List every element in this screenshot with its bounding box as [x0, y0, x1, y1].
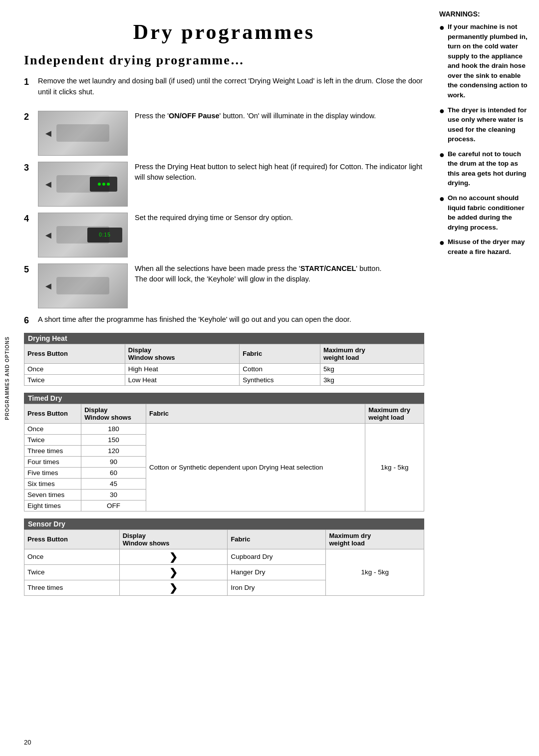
table-row: Once 180 Cotton or Synthetic dependent u…	[24, 423, 424, 434]
warning-5: ● Misuse of the dryer may create a fire …	[439, 237, 532, 256]
main-content: Dry programmes Independent drying progra…	[14, 0, 434, 756]
cell: 45	[81, 478, 146, 489]
step-4-image: ◄ 0:15	[38, 213, 128, 257]
warning-3-text: Be careful not to touch the drum at the …	[448, 149, 532, 188]
step-3-text: Press the Drying Heat button to select h…	[135, 162, 424, 183]
step-6-text: A short time after the programme has fin…	[38, 314, 424, 326]
cell: Once	[24, 549, 120, 564]
dh-col3: Fabric	[240, 344, 320, 363]
drying-heat-table: Drying Heat Press Button DisplayWindow s…	[24, 333, 424, 386]
table-row: Twice Low Heat Synthetics 3kg	[24, 374, 424, 385]
step-3: 3 ◄ Press the Drying Heat button to sele…	[24, 162, 424, 207]
cell: Four times	[24, 456, 81, 467]
timed-dry-data: Press Button DisplayWindow shows Fabric …	[24, 404, 424, 511]
dh-col4: Maximum dryweight load	[320, 344, 424, 363]
timed-dry-table: Timed Dry Press Button DisplayWindow sho…	[24, 393, 424, 511]
cell: 30	[81, 489, 146, 500]
warnings-title: WARNINGS:	[439, 10, 532, 18]
cell: Three times	[24, 580, 120, 595]
cell: ❯	[119, 564, 228, 580]
cell: 150	[81, 434, 146, 445]
cell: Twice	[24, 434, 81, 445]
cell: 1kg - 5kg	[326, 549, 424, 595]
cell: Twice	[24, 564, 120, 580]
warnings-sidebar: WARNINGS: ● If your machine is not perma…	[434, 0, 539, 756]
sd-col1: Press Button	[24, 529, 120, 549]
warning-bullet-3: ●	[439, 148, 445, 161]
step-6: 6 A short time after the programme has f…	[24, 314, 424, 326]
step-number-5: 5	[24, 264, 38, 275]
cell: Twice	[24, 374, 125, 385]
steps-area: 1 Remove the wet laundry and dosing ball…	[24, 76, 424, 308]
cell: Six times	[24, 478, 81, 489]
dh-col2: DisplayWindow shows	[125, 344, 239, 363]
warning-bullet-4: ●	[439, 192, 445, 205]
warning-1: ● If your machine is not permanently plu…	[439, 22, 532, 100]
cell: Iron Dry	[228, 580, 326, 595]
drying-heat-data: Press Button DisplayWindow shows Fabric …	[24, 344, 424, 386]
sd-col4: Maximum dryweight load	[326, 529, 424, 549]
td-col1: Press Button	[24, 404, 81, 423]
section-title: Independent drying programme…	[24, 53, 424, 68]
page-title: Dry programmes	[24, 20, 424, 44]
step-5-text: When all the selections have been made p…	[135, 263, 424, 284]
table-row: Once High Heat Cotton 5kg	[24, 363, 424, 374]
cell: ❯	[119, 580, 228, 595]
step-number-2: 2	[24, 112, 38, 122]
cell: Cotton	[240, 363, 320, 374]
cell: Seven times	[24, 489, 81, 500]
cell: Eight times	[24, 500, 81, 511]
table-row: Once ❯ Cupboard Dry 1kg - 5kg	[24, 549, 424, 564]
timed-dry-title: Timed Dry	[24, 393, 424, 404]
td-col2: DisplayWindow shows	[81, 404, 146, 423]
step-number-1: 1	[24, 77, 38, 87]
cell: Hanger Dry	[228, 564, 326, 580]
cell: Synthetics	[240, 374, 320, 385]
warning-3: ● Be careful not to touch the drum at th…	[439, 149, 532, 188]
cell: 60	[81, 467, 146, 478]
cell: Cupboard Dry	[228, 549, 326, 564]
cell: 5kg	[320, 363, 424, 374]
sensor-dry-title: Sensor Dry	[24, 518, 424, 529]
cell: Three times	[24, 445, 81, 456]
cell: 120	[81, 445, 146, 456]
sensor-dry-table: Sensor Dry Press Button DisplayWindow sh…	[24, 518, 424, 596]
cell: ❯	[119, 549, 228, 564]
cell: Five times	[24, 467, 81, 478]
td-col3: Fabric	[146, 404, 365, 423]
warning-bullet-5: ●	[439, 236, 445, 249]
cell: Low Heat	[125, 374, 239, 385]
step-2-image: ◄	[38, 111, 128, 156]
td-col4: Maximum dryweight load	[365, 404, 424, 423]
drying-heat-title: Drying Heat	[24, 333, 424, 344]
sidebar-label: PROGRAMMES AND OPTIONS	[0, 0, 14, 756]
cell: OFF	[81, 500, 146, 511]
dh-col1: Press Button	[24, 344, 125, 363]
step-1-text: Remove the wet laundry and dosing ball (…	[38, 76, 424, 98]
step-5: 5 ◄ When all the selections have been ma…	[24, 263, 424, 308]
step-2-bold: ON/OFF Pause	[169, 112, 220, 120]
page-number: 20	[24, 739, 31, 746]
cell: 1kg - 5kg	[365, 423, 424, 511]
step-1: 1 Remove the wet laundry and dosing ball…	[24, 76, 424, 105]
warning-2: ● The dryer is intended for use only whe…	[439, 105, 532, 144]
step-5-bold: START/CANCEL	[300, 264, 356, 272]
warning-4: ● On no account should liquid fabric con…	[439, 193, 532, 232]
step-3-image: ◄	[38, 162, 128, 207]
step-2: 2 ◄ Press the 'ON/OFF Pause' button. 'On…	[24, 111, 424, 156]
step-2-text: Press the 'ON/OFF Pause' button. 'On' wi…	[135, 111, 424, 121]
warning-4-text: On no account should liquid fabric condi…	[448, 193, 532, 232]
cell: Cotton or Synthetic dependent upon Dryin…	[146, 423, 365, 511]
sd-col2: DisplayWindow shows	[119, 529, 228, 549]
cell: 90	[81, 456, 146, 467]
cell: Once	[24, 363, 125, 374]
step-5-image: ◄	[38, 263, 128, 308]
warning-2-text: The dryer is intended for use only where…	[448, 105, 532, 144]
step-number-4: 4	[24, 214, 38, 224]
step-4-text: Set the required drying time or Sensor d…	[135, 213, 424, 223]
warning-bullet-1: ●	[439, 21, 445, 34]
sd-col3: Fabric	[228, 529, 326, 549]
cell: High Heat	[125, 363, 239, 374]
step-number-6: 6	[24, 315, 38, 326]
warning-1-text: If your machine is not permanently plumb…	[448, 22, 532, 100]
